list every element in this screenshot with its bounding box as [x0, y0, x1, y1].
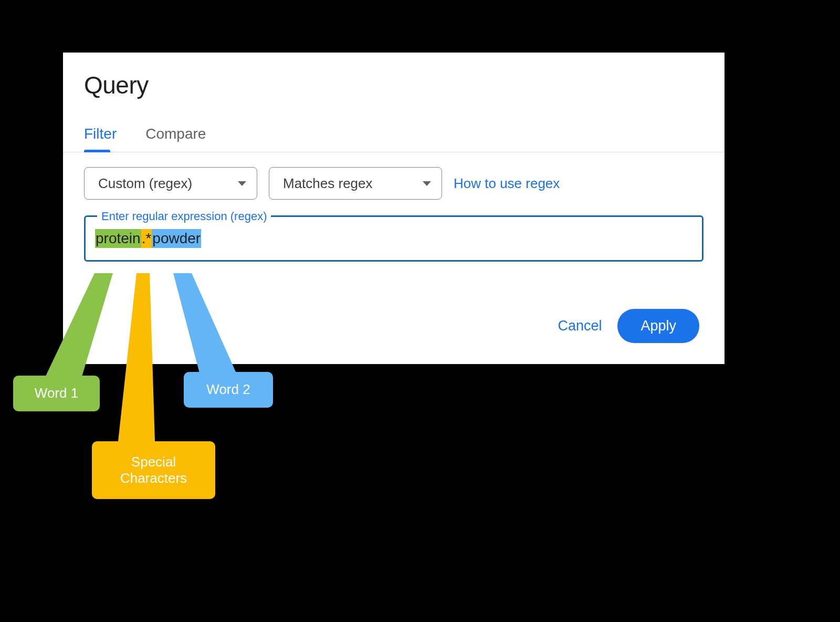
apply-button[interactable]: Apply	[617, 309, 699, 343]
tab-filter[interactable]: Filter	[84, 126, 117, 152]
annotation-word1: Word 1	[13, 376, 100, 411]
regex-special-highlight: .*	[141, 229, 152, 248]
regex-input-value: protein.*powder	[95, 229, 201, 248]
regex-input-label: Enter regular expression (regex)	[97, 210, 271, 223]
regex-field-wrap: Enter regular expression (regex) protein…	[63, 200, 724, 262]
match-type-value: Matches regex	[283, 175, 373, 192]
regex-word2-highlight: powder	[152, 229, 201, 248]
regex-word1-highlight: protein	[95, 229, 141, 248]
annotation-word2: Word 2	[184, 372, 273, 408]
controls-row: Custom (regex) Matches regex How to use …	[63, 152, 724, 200]
regex-input[interactable]: Enter regular expression (regex) protein…	[84, 215, 704, 262]
filter-type-dropdown[interactable]: Custom (regex)	[84, 167, 257, 200]
page-title: Query	[63, 71, 724, 126]
regex-help-link[interactable]: How to use regex	[454, 175, 560, 192]
tab-compare[interactable]: Compare	[145, 126, 206, 152]
match-type-dropdown[interactable]: Matches regex	[269, 167, 442, 200]
chevron-down-icon	[423, 181, 431, 186]
cancel-button[interactable]: Cancel	[558, 318, 602, 334]
svg-marker-1	[118, 273, 155, 441]
filter-type-value: Custom (regex)	[98, 175, 192, 192]
annotation-special: Special Characters	[92, 441, 215, 499]
tabs: Filter Compare	[63, 126, 724, 152]
svg-marker-2	[173, 273, 236, 373]
chevron-down-icon	[238, 181, 246, 186]
svg-marker-0	[45, 273, 113, 378]
annotation-pointer-orange	[113, 273, 176, 452]
annotation-pointer-blue	[168, 273, 252, 378]
